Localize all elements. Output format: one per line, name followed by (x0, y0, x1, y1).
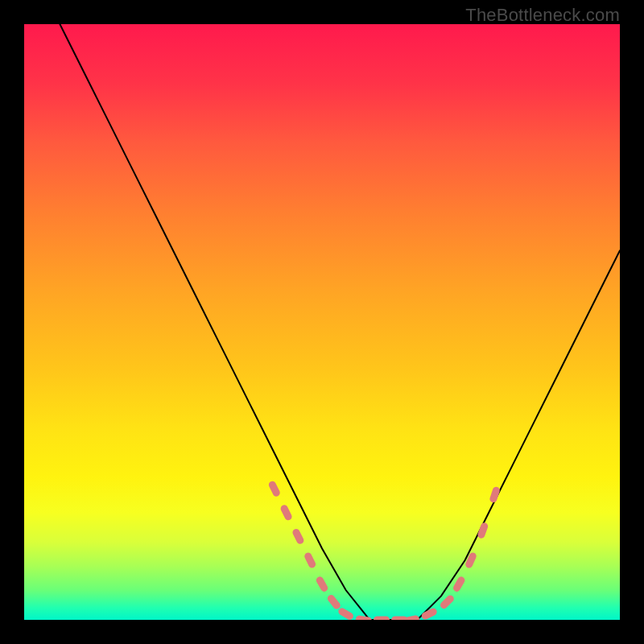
svg-rect-14 (464, 551, 477, 569)
marker (355, 615, 372, 620)
marker (267, 480, 281, 497)
marker (489, 486, 501, 504)
svg-rect-5 (326, 593, 342, 610)
svg-rect-16 (489, 486, 501, 504)
svg-rect-3 (303, 551, 317, 569)
marker (303, 551, 317, 569)
svg-rect-0 (267, 480, 281, 497)
marker (337, 607, 355, 620)
watermark-text: TheBottleneck.com (465, 5, 620, 26)
svg-rect-8 (374, 617, 390, 621)
svg-rect-6 (337, 607, 355, 620)
svg-rect-15 (477, 522, 489, 539)
bottleneck-curve-path (60, 24, 620, 620)
marker (279, 504, 293, 522)
marker (464, 551, 477, 569)
svg-rect-4 (315, 576, 329, 593)
bottleneck-curve (60, 24, 620, 620)
marker (326, 593, 342, 610)
svg-rect-2 (291, 527, 305, 545)
flat-markers (267, 480, 501, 620)
marker (291, 527, 305, 545)
marker (477, 522, 489, 539)
chart-frame: TheBottleneck.com (0, 0, 644, 644)
curve-svg (24, 24, 620, 620)
svg-rect-1 (279, 504, 293, 522)
plot-area (24, 24, 620, 620)
marker (315, 576, 329, 593)
marker (374, 617, 390, 621)
svg-rect-7 (355, 615, 372, 620)
